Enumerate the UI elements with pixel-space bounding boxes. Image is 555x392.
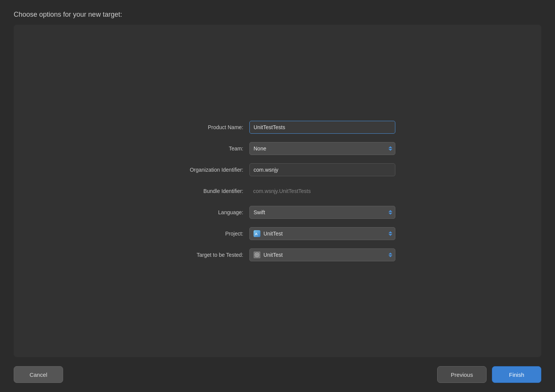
product-name-input[interactable] — [249, 121, 395, 134]
team-select-wrapper: None — [249, 142, 395, 155]
footer-right-buttons: Previous Finish — [437, 366, 541, 383]
target-tested-row: Target to be Tested: UnitTest — [160, 248, 395, 261]
project-value: UnitTest — [263, 231, 283, 237]
previous-button[interactable]: Previous — [437, 366, 487, 383]
dialog-footer: Cancel Previous Finish — [0, 357, 555, 392]
team-row: Team: None — [160, 142, 395, 155]
org-identifier-input[interactable] — [249, 163, 395, 176]
target-tested-label: Target to be Tested: — [160, 252, 243, 258]
product-name-label: Product Name: — [160, 124, 243, 130]
language-select[interactable]: Swift Objective-C — [249, 206, 395, 219]
svg-text:A: A — [255, 231, 258, 236]
team-label: Team: — [160, 145, 243, 152]
target-tested-select-wrapper: UnitTest — [249, 248, 395, 261]
svg-point-4 — [256, 254, 258, 256]
project-row: Project: A — [160, 227, 395, 240]
language-select-wrapper: Swift Objective-C — [249, 206, 395, 219]
bundle-identifier-value: com.wsnjy.UnitTestTests — [249, 185, 395, 198]
org-identifier-row: Organization Identifier: — [160, 163, 395, 176]
form-area: Product Name: Team: None Organization Id… — [160, 121, 395, 261]
project-select[interactable]: A UnitTest — [249, 227, 395, 240]
cancel-button[interactable]: Cancel — [14, 366, 63, 383]
project-select-wrapper: A UnitTest — [249, 227, 395, 240]
target-tested-select[interactable]: UnitTest — [249, 248, 395, 261]
bundle-identifier-label: Bundle Identifier: — [160, 188, 243, 194]
dialog-title: Choose options for your new target: — [14, 11, 122, 18]
project-label: Project: — [160, 231, 243, 237]
dialog-header: Choose options for your new target: — [0, 0, 555, 25]
product-name-row: Product Name: — [160, 121, 395, 134]
team-select[interactable]: None — [249, 142, 395, 155]
target-tested-value: UnitTest — [263, 252, 283, 258]
org-identifier-label: Organization Identifier: — [160, 167, 243, 173]
language-row: Language: Swift Objective-C — [160, 206, 395, 219]
language-label: Language: — [160, 209, 243, 215]
project-app-icon: A — [254, 230, 260, 237]
target-icon — [254, 251, 260, 258]
finish-button[interactable]: Finish — [492, 366, 541, 383]
dialog-content: Product Name: Team: None Organization Id… — [14, 25, 541, 357]
bundle-identifier-row: Bundle Identifier: com.wsnjy.UnitTestTes… — [160, 185, 395, 198]
